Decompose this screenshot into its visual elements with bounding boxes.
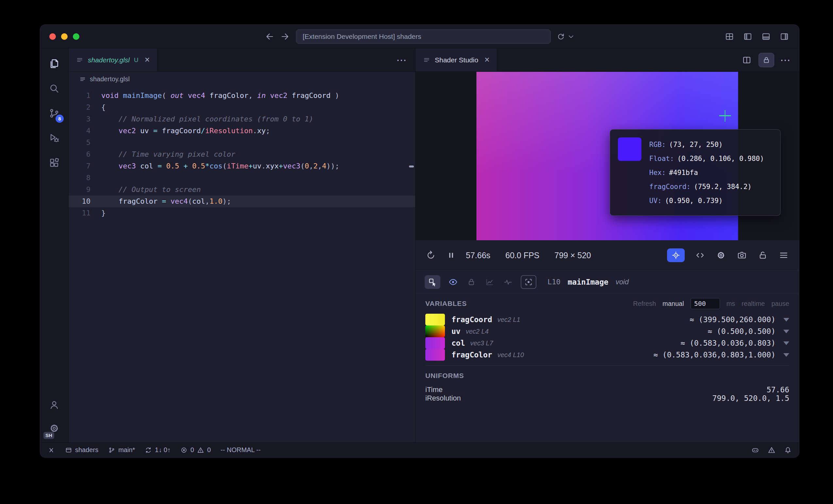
notifications-button[interactable]	[784, 446, 792, 454]
command-center[interactable]: [Extension Development Host] shaders	[296, 29, 551, 44]
code-line[interactable]: 1void mainImage( out vec4 fragColor, in …	[69, 90, 415, 102]
zoom-window-button[interactable]	[73, 33, 79, 40]
refresh-mode-manual[interactable]: manual	[663, 300, 684, 307]
variable-row[interactable]: uvvec2 L4≈ (0.500,0.500)	[425, 325, 789, 337]
chevron-down-icon[interactable]	[783, 330, 789, 333]
sidebar-item-source-control[interactable]: 8	[47, 106, 62, 121]
forward-button[interactable]	[280, 31, 290, 42]
alerts-button[interactable]	[768, 446, 776, 454]
screenshot-button[interactable]	[736, 250, 747, 261]
variable-type: vec2 L4	[466, 328, 489, 335]
line-content: {	[101, 102, 105, 113]
split-editor-icon	[742, 55, 751, 65]
lock-editor-group-button[interactable]	[759, 53, 774, 67]
vim-mode: -- NORMAL --	[220, 446, 261, 454]
chevron-down-icon[interactable]	[783, 353, 789, 357]
code-line[interactable]: 5	[69, 137, 415, 149]
refresh-mode-pause[interactable]: pause	[771, 300, 789, 307]
window-icon	[65, 447, 72, 454]
problems-indicator[interactable]: 0 0	[180, 446, 211, 454]
split-editor-button[interactable]	[741, 54, 753, 66]
reload-window-icon[interactable]	[557, 32, 565, 41]
account-button[interactable]	[47, 397, 62, 412]
workspace-indicator[interactable]: shaders	[65, 446, 98, 454]
chevron-down-icon[interactable]	[567, 33, 575, 41]
more-actions-icon[interactable]: ⋯	[396, 55, 407, 65]
variables-rows: fragCoordvec2 L1≈ (399.500,260.000)uvvec…	[425, 314, 789, 361]
remote-indicator[interactable]	[47, 446, 55, 454]
restart-button[interactable]	[425, 250, 436, 261]
code-line[interactable]: 11}	[69, 207, 415, 219]
frame-capture-button[interactable]	[521, 275, 537, 289]
customize-layout-button[interactable]	[724, 31, 735, 42]
variable-row[interactable]: fragCoordvec2 L1≈ (399.500,260.000)	[425, 314, 789, 325]
code-editor[interactable]: 1void mainImage( out vec4 fragColor, in …	[69, 86, 415, 442]
view-code-button[interactable]	[694, 250, 706, 261]
toggle-panel-button[interactable]	[760, 31, 771, 42]
breadcrumb[interactable]: shadertoy.glsl	[69, 72, 415, 86]
git-branch-indicator[interactable]: main*	[108, 446, 135, 454]
lock-values-button[interactable]	[466, 276, 477, 287]
close-icon[interactable]: ×	[484, 55, 490, 64]
variable-swatch	[425, 337, 445, 349]
refresh-interval-input[interactable]	[691, 298, 720, 309]
activity-bar: 8 SH	[40, 48, 69, 442]
tooltip-line: Hex:#491bfa	[649, 166, 764, 179]
code-line[interactable]: 3 // Normalized pixel coordinates (from …	[69, 113, 415, 125]
inspect-cursor-icon	[428, 277, 437, 286]
close-icon[interactable]: ×	[145, 55, 150, 64]
shader-canvas[interactable]: RGB:(73, 27, 250)Float:(0.286, 0.106, 0.…	[477, 72, 738, 240]
watch-values-button[interactable]	[448, 276, 459, 287]
sidebar-item-explorer[interactable]	[47, 56, 62, 71]
line-number: 10	[69, 196, 101, 207]
debug-function-name: mainImage	[568, 278, 609, 286]
line-number: 9	[69, 184, 101, 196]
code-line[interactable]: 10 fragColor = vec4(col,1.0);	[69, 196, 415, 207]
title-bar[interactable]: [Extension Development Host] shaders	[40, 25, 799, 48]
layout-controls	[724, 31, 799, 42]
toggle-primary-sidebar-button[interactable]	[742, 31, 753, 42]
code-line[interactable]: 7 vec3 col = 0.5 + 0.5*cos(iTime+uv.xyx+…	[69, 160, 415, 172]
menu-button[interactable]	[778, 250, 789, 261]
pause-button[interactable]	[446, 250, 457, 261]
code-line[interactable]: 8	[69, 172, 415, 184]
plot-values-button[interactable]	[484, 276, 495, 287]
sync-indicator[interactable]: 1↓ 0↑	[145, 446, 170, 454]
code-line[interactable]: 2{	[69, 102, 415, 113]
settings-button[interactable]	[715, 250, 727, 261]
run-debug-icon	[49, 132, 60, 144]
settings-button[interactable]: SH	[47, 421, 62, 436]
toggle-secondary-sidebar-button[interactable]	[779, 31, 790, 42]
breadcrumb-file[interactable]: shadertoy.glsl	[90, 75, 130, 83]
back-button[interactable]	[265, 31, 275, 42]
close-window-button[interactable]	[49, 33, 56, 40]
unlock-button[interactable]	[757, 250, 768, 261]
minimize-window-button[interactable]	[61, 33, 68, 40]
variable-row[interactable]: fragColorvec4 L10≈ (0.583,0.036,0.803,1.…	[425, 349, 789, 361]
code-line[interactable]: 6 // Time varying pixel color	[69, 149, 415, 160]
more-actions-icon[interactable]: ⋯	[780, 55, 790, 65]
restart-icon	[426, 250, 436, 260]
tab-shader-studio[interactable]: Shader Studio ×	[415, 48, 497, 72]
command-center-actions[interactable]	[557, 32, 575, 41]
variable-row[interactable]: colvec3 L7≈ (0.583,0.036,0.803)	[425, 337, 789, 349]
crosshair-marker	[719, 110, 731, 122]
sidebar-item-extensions[interactable]	[47, 155, 62, 170]
uniform-name: iResolution	[425, 394, 461, 402]
tooltip-label: UV:	[649, 197, 662, 205]
code-line[interactable]: 9 // Output to screen	[69, 184, 415, 196]
chevron-down-icon[interactable]	[783, 318, 789, 322]
tab-shadertoy-glsl[interactable]: shadertoy.glsl U ×	[69, 48, 158, 72]
refresh-mode-realtime[interactable]: realtime	[741, 300, 765, 307]
pixel-debug-button[interactable]	[667, 248, 685, 262]
sidebar-item-search[interactable]	[47, 81, 62, 96]
sidebar-item-run-debug[interactable]	[47, 131, 62, 146]
waveform-button[interactable]	[502, 276, 514, 287]
inspect-tool-button[interactable]	[425, 275, 441, 289]
code-line[interactable]: 4 vec2 uv = fragCoord/iResolution.xy;	[69, 125, 415, 137]
file-lines-icon	[423, 56, 431, 64]
chevron-down-icon[interactable]	[783, 342, 789, 345]
copilot-button[interactable]	[751, 446, 759, 454]
vim-mode-indicator[interactable]: -- NORMAL --	[220, 446, 261, 454]
refresh-label: Refresh	[633, 300, 656, 307]
